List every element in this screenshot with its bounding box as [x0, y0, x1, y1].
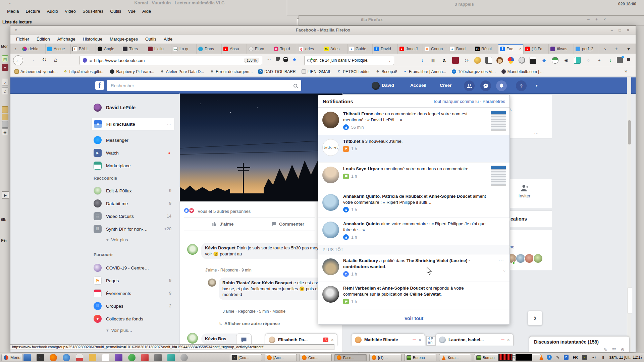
bookmark-item[interactable]: Mandelbulb.com | ... [501, 69, 544, 74]
vlc-play-button[interactable]: ▶ [2, 191, 9, 199]
webcam-icon[interactable]: ◉ [563, 57, 570, 64]
tab-close-icon[interactable]: × [519, 47, 522, 51]
taskbar-window-button[interactable]: [Acc... [265, 354, 297, 361]
extensions-grid-icon[interactable] [617, 57, 623, 63]
notification-item[interactable]: Annakarin Quinto, Patricia de Roubaix et… [318, 190, 509, 218]
browser-tab[interactable]: ♪ Et vo [247, 44, 272, 54]
colorzilla-icon[interactable] [507, 57, 514, 64]
reply-meta[interactable]: J'aime · Répondre · 5 min · Modifié [223, 309, 285, 314]
nav-profile-link[interactable]: David [382, 83, 394, 88]
chat-tab[interactable]: Elisabeth Pa... 5 × [265, 334, 337, 346]
launcher-icon[interactable]: >_ [37, 354, 44, 361]
new-tab-button[interactable]: + [612, 44, 621, 54]
vlc-menu-item[interactable]: Audio [44, 7, 61, 16]
tray-display-widget[interactable] [516, 354, 532, 361]
vlc-strip-icon[interactable]: ♫ [2, 87, 8, 94]
notification-thumbnail[interactable] [491, 166, 506, 186]
search-bar[interactable]: on, ce 14 juin dans C Politique, → [304, 56, 394, 65]
new-message-chat-tab[interactable] [236, 334, 252, 346]
nav-home-link[interactable]: Accueil [410, 83, 426, 88]
bookmark-item[interactable]: LIEN_GMAIL [302, 69, 331, 74]
vlc-menu-item[interactable]: Vue [124, 7, 139, 16]
sidebar-explore-item[interactable]: COVID-19 - Centre… [91, 261, 174, 274]
forward-button[interactable]: → [27, 55, 37, 65]
reply-avatar[interactable] [208, 279, 216, 287]
sidebar-shortcut-item[interactable]: Databit.me 9 [91, 197, 174, 210]
volume-icon[interactable]: ◄) [590, 354, 597, 360]
friend-requests-icon[interactable] [464, 80, 475, 91]
url-text[interactable]: https://www.facebook.com [94, 58, 241, 63]
search-engine-icon[interactable] [307, 59, 311, 62]
bluetooth-icon[interactable]: B [564, 355, 569, 360]
browser-tab[interactable]: M Résul [473, 44, 498, 54]
download-icon[interactable]: ↓ [419, 57, 426, 64]
bookmark-item[interactable]: Raspberry Pi Learn... [110, 69, 154, 74]
browser-tab[interactable]: Ma Arles [322, 44, 347, 54]
library-icon[interactable]: ▥ [430, 57, 437, 64]
search-icon[interactable] [293, 84, 297, 87]
vlc-menu-item[interactable]: Outils [107, 7, 124, 16]
browser-tab[interactable]: L'allu [146, 44, 171, 54]
save-page-icon[interactable] [283, 57, 288, 62]
browser-tab[interactable]: ▲ Guide [347, 44, 373, 54]
d-extension-icon[interactable]: D. [441, 57, 448, 64]
vlc-strip-icon[interactable] [2, 114, 8, 120]
tab-overflow-icon[interactable]: › [601, 44, 609, 54]
diamond-icon[interactable]: ◆ [541, 57, 547, 64]
sidebar-explore-item[interactable]: Évènements 9 [91, 287, 174, 300]
contacts-icon[interactable]: ☷ [612, 347, 616, 352]
notification-avatar[interactable] [322, 112, 339, 128]
notification-item[interactable]: Annakarin Quinto aime votre commentaire … [318, 218, 509, 245]
notification-avatar[interactable]: tntb.net [322, 139, 339, 156]
url-bar[interactable]: 🔒︎ https://www.facebook.com 133 % [79, 56, 262, 65]
zoom-level-badge[interactable]: 133 % [244, 58, 259, 63]
notification-avatar[interactable] [322, 258, 339, 275]
monkey-icon[interactable] [496, 57, 503, 64]
notification-thumbnail[interactable] [491, 111, 506, 131]
launcher-icon[interactable] [89, 354, 96, 361]
help-icon[interactable]: ? [516, 80, 527, 91]
launcher-icon[interactable] [63, 354, 70, 361]
bookmark-item[interactable]: Archeomed_yunoh... [14, 69, 58, 74]
disabled-extension-icon[interactable]: ◌ [585, 57, 592, 64]
notification-avatar[interactable] [322, 222, 339, 238]
vlc-caret-icon[interactable]: ▾ [9, 1, 11, 5]
home-button[interactable]: ⌂ [51, 55, 61, 65]
firefox-menu-item[interactable]: Outils [142, 35, 160, 44]
see-more-link-2[interactable]: ▾Voir plus… [106, 328, 132, 333]
sidebar-explore-item[interactable]: ⚑ Pages 9 [91, 274, 174, 287]
sidebar-shortcut-item[interactable]: ☷ Synth DIY for non-… +20 [91, 223, 174, 235]
browser-tab[interactable]: Dans [197, 44, 222, 54]
browser-tab[interactable]: ▶ Absu [222, 44, 247, 54]
chat-sidebar-panel[interactable]: Discussion instantanée (158) ✎ ☷ ⚙ [529, 336, 630, 352]
launcher-icon[interactable] [115, 354, 122, 361]
audio-visualizer[interactable] [498, 354, 513, 361]
see-more-link[interactable]: ▾Voir plus… [106, 237, 132, 242]
sidebar-shortcut-item[interactable]: ☷ Video Circuits 14 [91, 210, 174, 223]
notebook-icon[interactable] [574, 57, 581, 64]
sidebar-explore-item[interactable]: ☷ Groupes 2 [91, 300, 174, 312]
bookmark-item[interactable]: D DAD_DOLIBARR [258, 69, 296, 74]
vlc-menu-item[interactable]: Sous-titres [79, 7, 107, 16]
sidebar-item[interactable]: = Fil d'actualité ··· [91, 118, 174, 130]
vlc-strip-icon[interactable]: ▤ [2, 55, 8, 62]
update-shield-icon[interactable]: 1 [547, 355, 552, 360]
browser-tab[interactable]: I BALL [71, 44, 96, 54]
browser-tab[interactable]: ▶ Jana J [398, 44, 423, 54]
reload-button[interactable]: ↻ [39, 55, 49, 65]
carousel-next-button[interactable]: › [528, 311, 542, 325]
bookmark-item[interactable]: ○ Téléchargez des Vi... [452, 69, 496, 74]
launcher-icon[interactable] [167, 354, 175, 361]
firefox-menu-item[interactable]: Aide [160, 35, 176, 44]
sidebar-item[interactable]: Marketplace [91, 159, 174, 172]
ublock-icon[interactable] [452, 57, 459, 64]
search-go-icon[interactable]: → [386, 58, 391, 63]
taskbar-window-button[interactable]: Goo... [300, 354, 332, 361]
sidebar-item[interactable]: ▶ Watch ● [91, 146, 174, 159]
sidebar-item-menu-dots[interactable]: ··· [167, 122, 171, 126]
forum-icon[interactable] [519, 57, 525, 64]
member-avatar[interactable] [533, 253, 543, 263]
browser-tab[interactable]: Accue [46, 44, 71, 54]
vlc-strip-icon[interactable]: ◉ [2, 128, 8, 135]
all-tabs-icon[interactable]: ▾ [624, 44, 633, 54]
